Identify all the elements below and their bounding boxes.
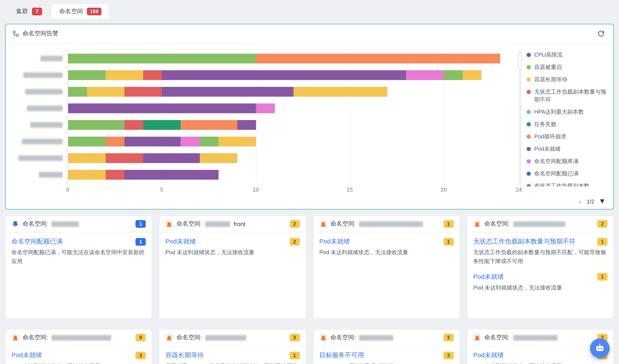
legend-label: 无状态工作负载副本数量与预期不符 (534, 88, 607, 103)
alert-card-body: 目标服务不可用3Prometheus无法抓取目标指标 (313, 346, 460, 364)
bar-segment[interactable] (143, 70, 162, 80)
legend-label: 容器长期等待 (534, 76, 567, 83)
namespace-label: 命名空间: (484, 220, 510, 228)
legend-dot-icon (527, 53, 531, 57)
legend-item[interactable]: CPU高限流 (527, 51, 607, 59)
legend-label: 任务失败 (534, 121, 556, 128)
bar-segment[interactable] (256, 103, 275, 113)
bar-segment[interactable] (68, 70, 106, 80)
bar-segment[interactable] (406, 70, 444, 80)
bar-segment[interactable] (106, 153, 143, 163)
bar-segment[interactable] (143, 153, 200, 163)
bar-segment[interactable] (181, 137, 200, 147)
alert-item-count-badge: 1 (289, 351, 300, 359)
bell-icon (12, 220, 19, 228)
alert-item-count-badge: 3 (443, 351, 454, 359)
bar-segment[interactable] (463, 70, 481, 80)
bar-segment[interactable] (68, 137, 106, 147)
bar-segment[interactable] (162, 70, 406, 80)
namespace-name-blurred (205, 221, 230, 227)
alert-card-body: 容器长期等待1容器处于 Waiting 状态且持续时间过长，可能无法正常启 (160, 346, 306, 364)
alert-title-link[interactable]: Pod未就绪 (12, 351, 42, 359)
y-axis-tick (66, 83, 68, 84)
legend-item[interactable]: 任务失败 (527, 121, 607, 128)
bar-segment[interactable] (200, 153, 237, 163)
alert-card-body: Pod未就绪1Pod 未达到就绪状态，无法接收流量 (313, 232, 460, 269)
y-axis-label-blurred (8, 50, 68, 67)
namespace-name-blurred (359, 221, 423, 227)
legend-label: Pod循环崩溃 (534, 133, 566, 140)
bar-segment[interactable] (256, 54, 500, 63)
legend-item[interactable]: Pod未就绪 (527, 145, 607, 153)
alert-card-header: 命名空间:1 (6, 216, 152, 232)
alert-entry: Pod未就绪2Pod 未达到就绪状态，无法接收流量 (166, 238, 300, 257)
legend-item[interactable]: 命名空间配额将满 (527, 158, 607, 165)
bar-segment[interactable] (200, 137, 218, 147)
bar-segment[interactable] (124, 87, 162, 97)
alert-title-link[interactable]: Pod未就绪 (166, 238, 196, 246)
bar-segment[interactable] (124, 170, 218, 180)
y-axis-labels (8, 50, 68, 183)
tab-clusters[interactable]: 集群 7 (9, 4, 50, 19)
y-axis-label-blurred (8, 150, 68, 166)
bar-segment[interactable] (106, 137, 124, 147)
bar-segment[interactable] (124, 137, 181, 147)
alert-card-body: 无状态工作负载副本数量与预期不符1无状态工作负载的副本数量与预期不匹配，可能导致… (467, 232, 614, 304)
alarm-icon (319, 334, 327, 341)
namespace-alert-count-badge: 9 (136, 334, 146, 341)
refresh-button[interactable] (596, 28, 607, 39)
namespace-alert-count-badge: 1 (136, 220, 146, 228)
bar-segment[interactable] (68, 54, 256, 63)
bar-segment[interactable] (106, 70, 143, 80)
bar-segment[interactable] (237, 120, 256, 130)
bar-segment[interactable] (106, 170, 124, 180)
bar-segment[interactable] (68, 120, 125, 130)
legend-item[interactable]: 无状态工作负载副本数量与预期不符 (527, 88, 607, 103)
alert-title-link[interactable]: Pod未就绪 (473, 273, 504, 281)
tab-namespaces-label: 命名空间 (59, 8, 83, 15)
alert-title-link[interactable]: Pod未就绪 (473, 351, 504, 359)
tab-clusters-count-badge: 7 (32, 8, 42, 15)
namespace-label: 命名空间: (484, 334, 510, 341)
alert-title-link[interactable]: 命名空间配额已满 (12, 238, 63, 246)
legend-item[interactable]: HPA达到最大副本数 (527, 108, 607, 116)
bar-segment[interactable] (444, 70, 463, 80)
alert-card: 命名空间:3目标服务不可用3Prometheus无法抓取目标指标 (313, 329, 460, 364)
alarm-icon (12, 334, 19, 341)
tab-namespaces[interactable]: 命名空间 169 (52, 4, 109, 19)
page-indicator: 1/2 (587, 198, 594, 204)
legend-item[interactable]: 命名空间配额已满 (527, 170, 607, 177)
bar-segment[interactable] (68, 170, 106, 180)
alert-title-link[interactable]: 无状态工作负载副本数量与预期不符 (473, 238, 576, 246)
alert-entry: 容器长期等待1容器处于 Waiting 状态且持续时间过长，可能无法正常启 (166, 351, 300, 364)
bar-segment[interactable] (143, 120, 181, 130)
bar-segment[interactable] (68, 87, 87, 97)
legend-item[interactable]: 有状态工作负载副本数 (527, 182, 607, 187)
alert-title-link[interactable]: 容器长期等待 (166, 351, 204, 359)
page-down-icon[interactable]: ▼ (599, 197, 606, 206)
alert-title-link[interactable]: Pod未就绪 (319, 238, 350, 246)
bar-segment[interactable] (87, 87, 124, 97)
tab-bar: 集群 7 命名空间 169 (0, 0, 619, 19)
bar-segment[interactable] (68, 103, 256, 113)
legend-item[interactable]: 容器长期等待 (527, 76, 607, 83)
legend-item[interactable]: 容器被重启 (527, 63, 607, 71)
alert-entry: 目标服务不可用3Prometheus无法抓取目标指标 (319, 351, 454, 364)
bar-segment[interactable] (218, 137, 256, 147)
bar-segment[interactable] (68, 153, 106, 163)
namespace-alert-dashboard: 集群 7 命名空间 169 命名空间告警 (0, 0, 619, 364)
legend-label: CPU高限流 (534, 51, 563, 59)
bar-segment[interactable] (162, 87, 294, 97)
bar-segment[interactable] (125, 120, 143, 130)
namespace-name-fragment: front (233, 220, 245, 227)
page-up-icon[interactable]: ▲ (577, 198, 582, 204)
bar-segment[interactable] (181, 120, 237, 130)
bar-segment[interactable] (294, 87, 387, 97)
alert-entry: Pod未就绪1Pod 未达到就绪状态，无法接收流量 (473, 273, 608, 292)
legend-scrollbar-thumb[interactable] (518, 53, 522, 69)
legend-scrollbar[interactable] (519, 51, 521, 187)
legend-item[interactable]: Pod循环崩溃 (527, 133, 607, 140)
alert-title-link[interactable]: 目标服务不可用 (319, 351, 364, 359)
alert-entry: Pod未就绪3Pod 未达到就绪状态，无法接收流量 (12, 351, 146, 364)
chat-assistant-button[interactable] (590, 338, 610, 358)
